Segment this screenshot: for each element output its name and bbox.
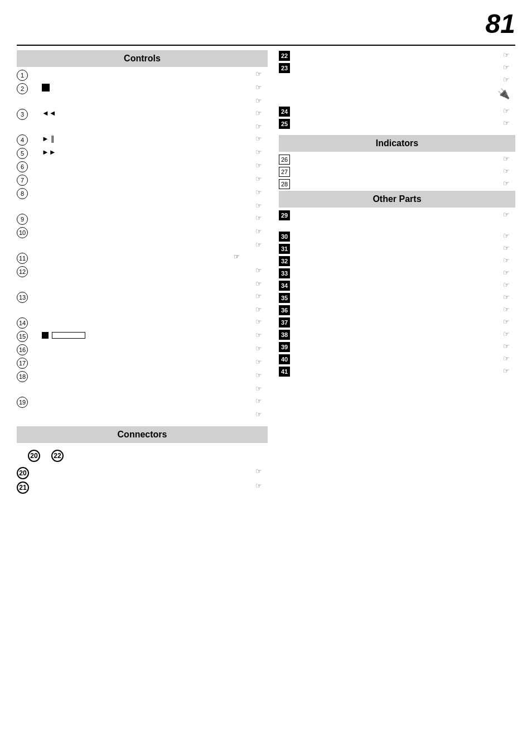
control-item-8: 8 ☞ xyxy=(17,187,268,200)
item-27-arrow: ☞ xyxy=(503,167,510,175)
item-16-circle: 16 xyxy=(17,344,28,355)
right-item-39: 39 ☞ xyxy=(279,341,515,353)
item-12-arrow: ☞ xyxy=(255,266,262,275)
control-item-19: 19 ☞ xyxy=(17,396,268,408)
control-item-14: 14 ☞ xyxy=(17,317,268,329)
item-28-square: 28 xyxy=(279,179,290,189)
control-item-3: 3 ◄◄ ☞ xyxy=(17,108,268,121)
item-14-circle: 14 xyxy=(17,317,28,329)
right-item-36: 36 ☞ xyxy=(279,305,515,316)
item-15-circle: 15 xyxy=(17,331,28,342)
item-4-circle: 4 xyxy=(17,134,28,146)
item-20-arrow: ☞ xyxy=(255,467,262,475)
item-31-arrow: ☞ xyxy=(503,244,510,252)
item-23b-arrow: ☞ xyxy=(503,75,510,84)
item-22-arrow: ☞ xyxy=(503,51,510,59)
item-21-arrow: ☞ xyxy=(255,481,262,490)
item-24-square: 24 xyxy=(279,107,290,117)
item-20-circle: 20 xyxy=(17,467,29,479)
item-10-circle: 10 xyxy=(17,227,28,238)
right-item-26: 26 ☞ xyxy=(279,154,515,165)
control-item-10: 10 ☞ xyxy=(17,227,268,239)
item-27-square: 27 xyxy=(279,167,290,177)
left-column: Controls 1 ☞ 2 ☞ ☞ 3 xyxy=(17,50,268,495)
slider-area xyxy=(42,332,85,339)
item-11-circle: 11 xyxy=(17,253,28,264)
control-item-12b: ☞ xyxy=(17,279,268,290)
control-item-1: 1 ☞ xyxy=(17,69,268,81)
item-34-square: 34 xyxy=(279,281,290,291)
item-12-circle: 12 xyxy=(17,266,28,277)
controls-header: Controls xyxy=(17,50,268,67)
rew-icon: ◄◄ xyxy=(42,109,56,117)
right-item-41: 41 ☞ xyxy=(279,366,515,377)
item-9-arrow: ☞ xyxy=(255,214,262,222)
item-18-circle: 18 xyxy=(17,371,28,382)
usb-icon: 🔌 xyxy=(497,88,510,100)
item-11-sub-arrow: ☞ xyxy=(234,253,262,261)
right-item-32: 32 ☞ xyxy=(279,256,515,267)
item-29-arrow: ☞ xyxy=(503,210,510,219)
right-item-40: 40 ☞ xyxy=(279,354,515,365)
item-1-arrow: ☞ xyxy=(255,70,262,78)
control-item-16: 16 ☞ xyxy=(17,344,268,356)
item-29-square: 29 xyxy=(279,210,290,220)
page-number: 81 xyxy=(486,8,515,39)
item-22-square: 22 xyxy=(279,51,290,61)
right-item-28: 28 ☞ xyxy=(279,179,515,190)
right-item-30: 30 ☞ xyxy=(279,231,515,242)
control-item-3b: ☞ xyxy=(17,122,268,133)
item-14-arrow: ☞ xyxy=(255,317,262,326)
item-5-circle: 5 xyxy=(17,148,28,159)
control-item-13: 13 ☞ xyxy=(17,291,268,304)
item-2-circle: 2 xyxy=(17,83,28,94)
right-item-22: 22 ☞ xyxy=(279,50,515,61)
item-32-arrow: ☞ xyxy=(503,256,510,264)
item-3-circle: 3 xyxy=(17,109,28,120)
item-40-arrow: ☞ xyxy=(503,354,510,363)
item-38-square: 38 xyxy=(279,330,290,340)
connector-diagram: 20 22 xyxy=(17,445,268,466)
right-item-24: 24 ☞ xyxy=(279,106,515,117)
control-item-2b: ☞ xyxy=(17,96,268,107)
right-item-38: 38 ☞ xyxy=(279,329,515,340)
item-25-square: 25 xyxy=(279,119,290,129)
item-9-circle: 9 xyxy=(17,214,28,225)
item-13b-arrow: ☞ xyxy=(255,305,262,314)
right-item-23: 23 ☞ xyxy=(279,62,515,74)
control-item-10b: ☞ xyxy=(17,240,268,251)
right-item-23b: ☞ xyxy=(279,75,515,86)
control-item-18b: ☞ xyxy=(17,384,268,395)
item-36-arrow: ☞ xyxy=(503,305,510,314)
item-6-circle: 6 xyxy=(17,161,28,172)
control-item-6: 6 ☞ xyxy=(17,161,268,173)
item-8b-arrow: ☞ xyxy=(255,201,262,210)
item-17-arrow: ☞ xyxy=(255,358,262,366)
item-13-circle: 13 xyxy=(17,292,28,303)
item-33-square: 33 xyxy=(279,268,290,278)
item-19-circle: 19 xyxy=(17,397,28,408)
ffw-icon: ►► xyxy=(42,148,56,156)
right-item-35: 35 ☞ xyxy=(279,292,515,304)
control-item-18: 18 ☞ xyxy=(17,370,268,383)
right-item-34: 34 ☞ xyxy=(279,280,515,291)
play-pause-icon: ► ‖ xyxy=(42,134,55,143)
item-21-circle: 21 xyxy=(17,481,29,494)
item-15-arrow: ☞ xyxy=(255,331,262,339)
right-item-29: 29 ☞ xyxy=(279,210,515,221)
right-column: 22 ☞ 23 ☞ ☞ xyxy=(279,50,515,495)
item-5-arrow: ☞ xyxy=(255,148,262,156)
item-7-circle: 7 xyxy=(17,175,28,186)
item-36-square: 36 xyxy=(279,305,290,315)
item-7-arrow: ☞ xyxy=(255,175,262,183)
item-2-arrow: ☞ xyxy=(255,83,262,92)
item-37-arrow: ☞ xyxy=(503,317,510,326)
item-26-square: 26 xyxy=(279,155,290,165)
item-34-arrow: ☞ xyxy=(503,281,510,289)
item-30-square: 30 xyxy=(279,232,290,242)
right-item-37: 37 ☞ xyxy=(279,317,515,328)
item-32-square: 32 xyxy=(279,256,290,266)
item-41-arrow: ☞ xyxy=(503,367,510,375)
item-10b-arrow: ☞ xyxy=(255,240,262,249)
control-item-7: 7 ☞ xyxy=(17,174,268,186)
